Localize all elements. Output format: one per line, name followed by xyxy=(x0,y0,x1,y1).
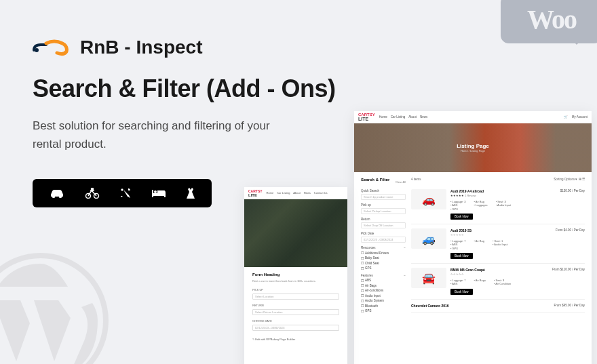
sf-resources-lbl: Resources− xyxy=(361,246,406,249)
res-check[interactable]: Child Seat xyxy=(361,261,406,265)
hero-b-breadcrumb: Home / Listing Page xyxy=(457,149,489,153)
mockup-a-logo: CARTSYLITE xyxy=(248,189,263,197)
brand-name: RnB - Inspect xyxy=(80,37,202,58)
mockup-b-nav: Home Car Listing About News xyxy=(379,115,428,119)
result-card: 🚗Audi 2019 A4 allroad$150.00 / Per Day★★… xyxy=(411,185,585,224)
form-note[interactable]: ✎ Edit with WPBakery Page Builder xyxy=(252,338,339,341)
book-button[interactable]: Book Now xyxy=(450,289,473,295)
form-subtitle: Rent a car in more than book from in 100… xyxy=(252,279,339,283)
result-card: 🚙Audi 2019 S5From $4.00 / Per Day☆☆☆☆☆• … xyxy=(411,224,585,264)
car-rating: ☆☆☆☆☆ xyxy=(450,272,585,276)
feat-check[interactable]: Air-conditions xyxy=(361,289,406,293)
car-rating: ★★★★★ 1 Review xyxy=(450,194,585,197)
feat-check[interactable]: ABS xyxy=(361,279,406,283)
mockup-a-body: Form Heading Rent a car in more than boo… xyxy=(244,267,347,346)
svg-rect-9 xyxy=(164,193,166,197)
car-name[interactable]: Audi 2019 S5 xyxy=(450,228,471,232)
feat-check[interactable]: Audio System xyxy=(361,299,406,303)
form-heading: Form Heading xyxy=(252,272,339,277)
car-rating: ☆☆☆☆☆ xyxy=(450,233,585,237)
svg-point-10 xyxy=(154,190,157,193)
brand-icon xyxy=(33,38,71,57)
feat-check[interactable]: Air Bags xyxy=(361,283,406,287)
mockup-a-nav: Home Car Listing About News Contact Us xyxy=(267,191,328,195)
results-area: 4 items Sorting Options ▾ ⊞ ☰ 🚗Audi 2019… xyxy=(411,178,585,314)
car-image: 🚘 xyxy=(411,268,446,288)
nav-home[interactable]: Home xyxy=(379,115,387,119)
res-check[interactable]: Additional Drivers xyxy=(361,251,406,255)
form-date-input[interactable]: 02/12/2023 - 03/30/2023 xyxy=(252,325,339,331)
cart-icon[interactable]: 🛒 xyxy=(564,115,568,119)
nav-a-about[interactable]: About xyxy=(293,191,300,195)
woo-text: Woo xyxy=(527,3,576,35)
svg-point-1 xyxy=(35,48,39,52)
form-return-lbl: RETURN xyxy=(252,304,339,307)
book-button[interactable]: Book Now xyxy=(450,253,473,259)
car-name[interactable]: BMW M6 Gran Coupé xyxy=(450,268,485,272)
car-icon xyxy=(49,188,65,199)
category-icon-bar xyxy=(33,179,212,207)
bed-icon xyxy=(151,188,166,198)
svg-rect-8 xyxy=(152,193,166,196)
sf-title: Search & Filter xyxy=(361,178,389,182)
car-name[interactable]: Chevrolet Camaro 2016 xyxy=(411,304,449,308)
form-pickup-input[interactable]: Select Location xyxy=(252,294,339,300)
form-return-input[interactable]: Select Return Location xyxy=(252,309,339,315)
mockup-a-header: CARTSYLITE Home Car Listing About News C… xyxy=(244,187,347,199)
nav-a-home[interactable]: Home xyxy=(267,191,274,195)
form-pickup-lbl: PICK UP xyxy=(252,288,339,291)
hero-b: Listing Page Home / Listing Page xyxy=(354,123,592,172)
car-price: From $110.00 / Per Day xyxy=(552,268,585,272)
result-card: 🚘BMW M6 Gran CoupéFrom $110.00 / Per Day… xyxy=(411,264,585,300)
mockup-form: CARTSYLITE Home Car Listing About News C… xyxy=(244,187,347,364)
account-link[interactable]: My Account xyxy=(572,115,588,119)
clear-all[interactable]: Clear All xyxy=(396,180,406,184)
result-card: Chevrolet Camaro 2016From $95.00 / Per D… xyxy=(411,300,585,312)
feat-check[interactable]: GPS xyxy=(361,309,406,313)
sf-return-input[interactable]: Select Drop Off Location xyxy=(361,222,406,228)
sf-date-input[interactable]: 02/12/2023 - 03/03/2024 xyxy=(361,237,406,243)
dress-icon xyxy=(186,187,195,199)
nav-a-contact[interactable]: Contact Us xyxy=(314,191,328,195)
wordpress-bg-logo xyxy=(0,253,109,364)
tools-icon xyxy=(119,187,132,199)
filter-sidebar: Search & Filter Clear All Quick Search S… xyxy=(361,178,406,314)
page-title: Search & Filter (Add - Ons) xyxy=(33,75,564,103)
results-bar: 4 items Sorting Options ▾ ⊞ ☰ xyxy=(411,178,585,181)
mockup-b-logo: CARTSYLITE xyxy=(358,113,375,121)
res-check[interactable]: Baby Seat xyxy=(361,256,406,260)
svg-point-6 xyxy=(92,188,94,190)
header-right: 🛒 My Account xyxy=(564,115,588,119)
sf-quicksearch-input[interactable]: Search by product name xyxy=(361,194,406,200)
car-name[interactable]: Audi 2019 A4 allroad xyxy=(450,189,484,193)
sf-pickup-lbl: Pick up xyxy=(361,203,406,207)
nav-about[interactable]: About xyxy=(408,115,417,119)
sf-features-lbl: Features− xyxy=(361,274,406,277)
nav-listing[interactable]: Car Listing xyxy=(391,115,406,119)
feat-check[interactable]: Audio Input xyxy=(361,294,406,298)
car-price: From $4.00 / Per Day xyxy=(556,228,585,232)
sf-pickup-input[interactable]: Select Pickup Location xyxy=(361,208,406,214)
woo-badge: Woo xyxy=(501,0,597,43)
nav-a-news[interactable]: News xyxy=(304,191,311,195)
car-image: 🚙 xyxy=(411,228,446,249)
result-count: 4 items xyxy=(411,178,421,181)
svg-point-3 xyxy=(59,195,62,198)
car-price: From $95.00 / Per Day xyxy=(554,304,585,308)
book-button[interactable]: Book Now xyxy=(450,214,473,220)
res-check[interactable]: GPS xyxy=(361,266,406,270)
sf-quicksearch-lbl: Quick Search xyxy=(361,189,406,193)
mockup-listing: CARTSYLITE Home Car Listing About News 🛒… xyxy=(354,111,592,364)
car-image: 🚗 xyxy=(411,189,446,209)
sort-dropdown[interactable]: Sorting Options ▾ ⊞ ☰ xyxy=(554,178,585,181)
feat-check[interactable]: Bluetooth xyxy=(361,304,406,308)
sf-return-lbl: Return xyxy=(361,218,406,221)
nav-news[interactable]: News xyxy=(420,115,427,119)
hero-b-title: Listing Page xyxy=(457,143,489,149)
mockup-b-header: CARTSYLITE Home Car Listing About News 🛒… xyxy=(354,111,592,123)
bike-icon xyxy=(85,188,100,199)
nav-a-listing[interactable]: Car Listing xyxy=(277,191,290,195)
sf-date-lbl: Pick Date xyxy=(361,232,406,235)
svg-point-2 xyxy=(52,195,55,198)
form-date-lbl: CHOOSE DATE xyxy=(252,319,339,323)
